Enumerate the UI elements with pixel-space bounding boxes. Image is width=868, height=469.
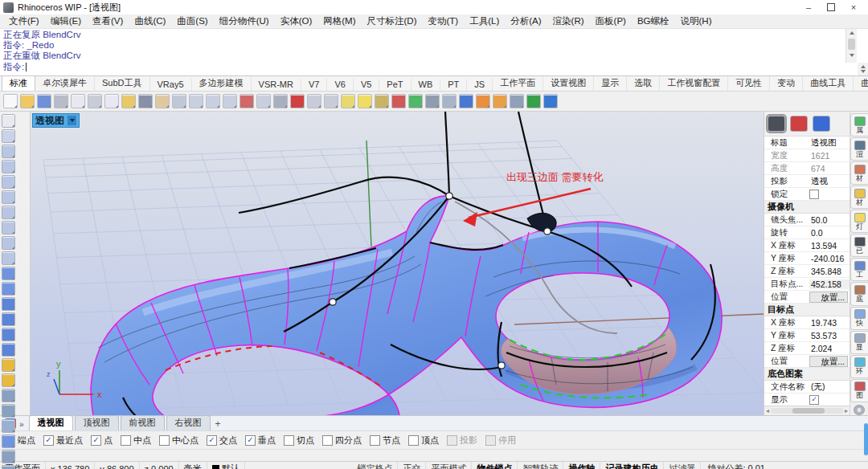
- property-row[interactable]: 底色图案: [764, 368, 850, 381]
- chamfer-icon[interactable]: [2, 404, 15, 418]
- osnap-checkbox[interactable]: 投影: [447, 434, 477, 447]
- minimize-button[interactable]: –: [797, 1, 820, 14]
- point-cloud-icon[interactable]: [2, 434, 15, 448]
- units[interactable]: 毫米: [179, 462, 207, 469]
- property-row[interactable]: 位置 放置...: [764, 355, 850, 368]
- viewport-grid-icon[interactable]: [273, 94, 288, 108]
- property-row[interactable]: Y 座标 53.573: [764, 329, 850, 342]
- menu-item[interactable]: 查看(V): [87, 15, 129, 27]
- zoom-dynamic-icon[interactable]: [223, 94, 237, 108]
- y-coordinate[interactable]: y 86.800: [95, 462, 139, 469]
- property-row[interactable]: 旋转 0.0: [764, 226, 850, 239]
- material-tab-icon[interactable]: 材: [850, 161, 868, 185]
- rectangle-icon[interactable]: [2, 221, 15, 234]
- menu-item[interactable]: 实体(O): [275, 15, 318, 27]
- panel-horizontal-scrollbar[interactable]: ◂ ▸: [764, 406, 850, 415]
- z-coordinate[interactable]: z 0.000: [140, 462, 179, 469]
- x-coordinate[interactable]: x 136.780: [46, 462, 95, 469]
- maximize-button[interactable]: [820, 1, 842, 14]
- arc-icon[interactable]: [2, 190, 15, 204]
- property-row[interactable]: Z 座标 2.024: [764, 342, 850, 355]
- scrollbar-thumb[interactable]: [848, 39, 855, 50]
- property-row[interactable]: 摄像机: [764, 201, 850, 214]
- history-icon[interactable]: [510, 94, 524, 108]
- property-row[interactable]: Z 座标 345.848: [764, 265, 850, 278]
- three-sided-face[interactable]: [527, 213, 556, 231]
- property-value[interactable]: 透视图: [809, 137, 850, 149]
- command-spinner[interactable]: [858, 63, 868, 75]
- panel-vertical-scrollbar[interactable]: [864, 423, 868, 455]
- rotate-view-icon[interactable]: [172, 94, 186, 108]
- checkbox-icon[interactable]: [159, 435, 170, 446]
- cut-icon[interactable]: [88, 94, 102, 108]
- menu-item[interactable]: 编辑(E): [45, 15, 87, 27]
- status-toggle[interactable]: 过滤器: [664, 462, 701, 469]
- osnap-checkbox[interactable]: 中心点: [159, 434, 199, 447]
- environment-tab-icon[interactable]: 环: [850, 355, 868, 378]
- checkbox-icon[interactable]: [485, 435, 496, 446]
- toolbar-tab[interactable]: 工作视窗配置: [660, 76, 728, 91]
- snapshots-tab-icon[interactable]: 快: [850, 307, 868, 330]
- property-row[interactable]: X 座标 19.743: [764, 316, 850, 329]
- toolbar-tab[interactable]: V6: [327, 79, 353, 91]
- property-row[interactable]: 位置 放置...: [764, 291, 850, 304]
- menu-item[interactable]: 说明(H): [675, 15, 718, 27]
- pan-icon[interactable]: [155, 94, 170, 108]
- surface-patch-icon[interactable]: [2, 267, 15, 280]
- property-value[interactable]: (无): [809, 381, 850, 393]
- zoom-icon[interactable]: [189, 94, 203, 108]
- layer-icon[interactable]: [391, 94, 406, 108]
- checkbox-icon[interactable]: [408, 435, 419, 446]
- properties-tab-icon[interactable]: 属: [850, 113, 868, 137]
- viewport-canvas[interactable]: 出现三边面 需要转化 x y z: [31, 112, 764, 415]
- menu-item[interactable]: 文件(F): [3, 15, 45, 27]
- property-value[interactable]: 0.0: [809, 228, 850, 238]
- osnap-checkbox[interactable]: 切点: [284, 434, 314, 447]
- property-value[interactable]: -240.016: [809, 254, 850, 263]
- menu-item[interactable]: BG螺栓: [632, 15, 675, 27]
- checkbox-icon[interactable]: [91, 435, 101, 446]
- property-checkbox[interactable]: [809, 190, 819, 199]
- named-views-tab-icon[interactable]: 已: [850, 234, 868, 257]
- zoom-window-icon[interactable]: [206, 94, 220, 108]
- osnap-checkbox[interactable]: 节点: [370, 434, 400, 447]
- menu-item[interactable]: 网格(M): [317, 15, 361, 27]
- menu-item[interactable]: 分析(A): [505, 15, 547, 27]
- material-library-tab-icon[interactable]: 材: [850, 186, 868, 209]
- gumball-tab[interactable]: [813, 116, 830, 132]
- checkbox-icon[interactable]: [121, 435, 131, 446]
- toolbar-tab[interactable]: V7: [301, 79, 327, 91]
- viewport-tabs-overflow[interactable]: »: [19, 420, 24, 429]
- lights-tab-icon[interactable]: 灯: [850, 210, 868, 233]
- property-row[interactable]: 显示: [764, 394, 850, 406]
- property-value[interactable]: 1621: [809, 151, 850, 161]
- perspective-viewport[interactable]: 透视图: [31, 112, 764, 415]
- toolbar-tab[interactable]: 设置视图: [543, 76, 594, 91]
- sphere-icon[interactable]: [2, 312, 15, 326]
- viewport-title-menu[interactable]: 透视图: [32, 113, 80, 128]
- osnap-checkbox[interactable]: 四分点: [322, 434, 362, 447]
- checkbox-icon[interactable]: [447, 435, 457, 446]
- toolbars-tab-icon[interactable]: 工: [850, 258, 868, 281]
- lightbulb-icon[interactable]: [358, 94, 372, 108]
- scroll-right-icon[interactable]: ▸: [845, 407, 848, 414]
- toolbar-tab[interactable]: PeT: [379, 79, 411, 91]
- status-toggle[interactable]: 操作轴: [563, 462, 600, 469]
- rotate-icon[interactable]: [324, 94, 338, 108]
- status-toggle[interactable]: 正交: [398, 462, 426, 469]
- points-on-icon[interactable]: [341, 94, 355, 108]
- scroll-down-icon[interactable]: [846, 51, 857, 59]
- toolbar-tab[interactable]: 选取: [627, 76, 660, 91]
- plane-icon[interactable]: [2, 328, 15, 341]
- page-settings-icon[interactable]: [71, 94, 85, 108]
- solid-tools-icon[interactable]: [2, 343, 15, 357]
- conic-icon[interactable]: [2, 206, 15, 219]
- background-tab-icon[interactable]: 底: [850, 282, 868, 305]
- property-value[interactable]: 2.024: [809, 344, 850, 353]
- property-row[interactable]: 文件名称 (无): [764, 381, 850, 394]
- osnap-checkbox[interactable]: 点: [91, 434, 113, 447]
- command-prompt[interactable]: 指令:: [0, 61, 868, 73]
- zoom-extents-icon[interactable]: [256, 94, 271, 108]
- toolbar-tab[interactable]: WB: [411, 79, 441, 91]
- property-value[interactable]: 放置...: [809, 292, 848, 303]
